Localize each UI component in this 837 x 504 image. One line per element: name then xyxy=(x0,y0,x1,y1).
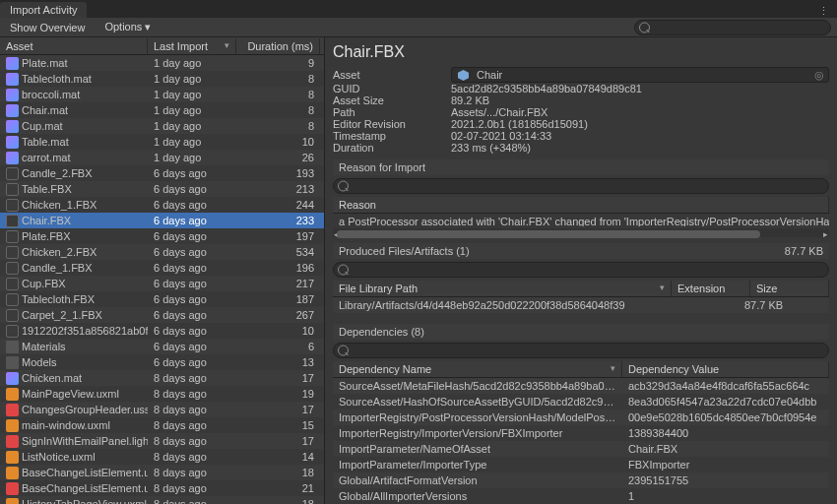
asset-name: Plate.FBX xyxy=(22,230,71,242)
options-dropdown[interactable]: Options ▾ xyxy=(95,18,161,36)
asset-row[interactable]: ListNotice.uxml8 days ago14 xyxy=(0,449,324,465)
asset-row[interactable]: BaseChangeListElement.uxml8 days ago18 xyxy=(0,465,324,480)
mat-icon xyxy=(6,89,19,101)
dependency-row[interactable]: SourceAsset/HashOfSourceAssetByGUID/5acd… xyxy=(333,394,829,410)
dependency-row[interactable]: ImportParameter/ImporterTypeFBXImporter xyxy=(333,457,829,472)
reason-col[interactable]: Reason xyxy=(333,197,829,213)
show-overview-button[interactable]: Show Overview xyxy=(0,19,95,36)
asset-row[interactable]: Materials6 days ago6 xyxy=(0,339,324,354)
hscroll-thumb[interactable] xyxy=(337,230,760,238)
asset-row[interactable]: Cup.mat1 day ago8 xyxy=(0,118,324,134)
col-asset[interactable]: Asset xyxy=(0,38,148,54)
dep-value: 2395151755 xyxy=(622,474,829,486)
asset-row[interactable]: Cup.FBX6 days ago217 xyxy=(0,276,324,291)
asset-row[interactable]: Chicken.mat8 days ago17 xyxy=(0,370,324,386)
dependency-row[interactable]: SourceAsset/MetaFileHash/5acd2d82c9358bb… xyxy=(333,378,829,394)
asset-name: BaseChangeListElement.uxml xyxy=(22,467,148,478)
deps-col-value[interactable]: Dependency Value xyxy=(622,361,829,377)
asset-name: Tablecloth.FBX xyxy=(22,293,95,305)
dep-name: ImportParameter/ImporterType xyxy=(333,459,622,471)
ts-value: 02-07-2021 03:14:33 xyxy=(451,130,829,142)
asset-name: Cup.mat xyxy=(22,120,63,132)
dependency-row[interactable]: Global/AllImporterVersions1 xyxy=(333,488,829,504)
asset-row[interactable]: Carpet_2_1.FBX6 days ago267 xyxy=(0,307,324,323)
produced-search[interactable] xyxy=(333,262,829,278)
dep-value: 1 xyxy=(622,490,829,502)
dependency-row[interactable]: ImporterRegistry/PostProcessorVersionHas… xyxy=(333,410,829,425)
asset-last: 8 days ago xyxy=(148,482,236,494)
tab-import-activity[interactable]: Import Activity xyxy=(0,2,87,18)
produced-search-input[interactable] xyxy=(333,262,829,278)
detail-pane: Chair.FBX AssetChair GUID5acd2d82c9358bb… xyxy=(325,37,837,504)
asset-row[interactable]: Plate.mat1 day ago9 xyxy=(0,55,324,71)
asset-last: 1 day ago xyxy=(148,89,236,100)
asset-row[interactable]: Chicken_2.FBX6 days ago534 xyxy=(0,244,324,260)
asset-last: 6 days ago xyxy=(148,293,236,305)
asset-row[interactable]: Candle_1.FBX6 days ago196 xyxy=(0,260,324,276)
produced-ext xyxy=(666,299,744,311)
asset-object-field[interactable]: Chair xyxy=(451,67,829,83)
asset-row[interactable]: Table.FBX6 days ago213 xyxy=(0,181,324,197)
asset-row[interactable]: Tablecloth.FBX6 days ago187 xyxy=(0,291,324,307)
dependency-row[interactable]: ImportParameter/NameOfAssetChair.FBX xyxy=(333,441,829,457)
asset-dur: 213 xyxy=(236,183,320,195)
deps-col-name[interactable]: Dependency Name xyxy=(333,361,622,377)
asset-row[interactable]: 1912202f351a856821ab0fec586 days ago10 xyxy=(0,323,324,339)
asset-row[interactable]: broccoli.mat1 day ago8 xyxy=(0,87,324,102)
asset-row[interactable]: carrot.mat1 day ago26 xyxy=(0,150,324,165)
asset-list-body[interactable]: Plate.mat1 day ago9Tablecloth.mat1 day a… xyxy=(0,55,324,504)
asset-last: 6 days ago xyxy=(148,278,236,289)
asset-row[interactable]: BaseChangeListElement.uss8 days ago21 xyxy=(0,480,324,496)
asset-dur: 21 xyxy=(236,482,320,494)
produced-col-ext[interactable]: Extension xyxy=(672,281,750,296)
produced-total-size: 87.7 KB xyxy=(785,245,823,257)
toolbar-search[interactable] xyxy=(634,20,831,35)
col-duration[interactable]: Duration (ms) xyxy=(236,38,320,54)
asset-row[interactable]: main-window.uxml8 days ago15 xyxy=(0,417,324,433)
fbx-icon xyxy=(6,199,19,212)
produced-header: Produced Files/Artifacts (1)87.7 KB xyxy=(333,243,829,259)
col-last-import[interactable]: Last Import xyxy=(148,38,236,54)
deps-search-input[interactable] xyxy=(333,343,829,358)
reason-text[interactable]: a PostProcessor associated with 'Chair.F… xyxy=(333,214,829,226)
asset-last: 6 days ago xyxy=(148,341,236,352)
mat-icon xyxy=(6,57,19,70)
asset-row[interactable]: ChangesGroupHeader.uss8 days ago17 xyxy=(0,402,324,417)
asset-row[interactable]: SignInWithEmailPanel.light.uss8 days ago… xyxy=(0,433,324,449)
asset-dur: 197 xyxy=(236,230,320,242)
asset-row[interactable]: Chicken_1.FBX6 days ago244 xyxy=(0,197,324,213)
asset-last: 8 days ago xyxy=(148,451,236,463)
asset-row[interactable]: Models6 days ago13 xyxy=(0,354,324,370)
asset-dur: 187 xyxy=(236,293,320,305)
asset-dur: 193 xyxy=(236,167,320,179)
produced-row[interactable]: Library/Artifacts/d4/d448eb92a250d022200… xyxy=(333,297,829,313)
reason-search[interactable] xyxy=(333,178,829,194)
asset-row[interactable]: HistoryTabPageView.uxml8 days ago18 xyxy=(0,496,324,504)
asset-last: 6 days ago xyxy=(148,246,236,258)
reason-hscroll[interactable]: ◂▸ xyxy=(333,228,829,237)
asset-row[interactable]: Chair.FBX6 days ago233 xyxy=(0,213,324,228)
asset-row[interactable]: Table.mat1 day ago10 xyxy=(0,134,324,150)
reason-search-input[interactable] xyxy=(333,178,829,194)
asset-row[interactable]: Chair.mat1 day ago8 xyxy=(0,102,324,118)
asset-name: Chicken.mat xyxy=(22,372,82,384)
rev-label: Editor Revision xyxy=(333,118,451,130)
reason-header: Reason for Import xyxy=(333,159,829,175)
produced-col-path[interactable]: File Library Path xyxy=(333,281,672,296)
deps-search[interactable] xyxy=(333,343,829,358)
asset-last: 8 days ago xyxy=(148,498,236,504)
asset-row[interactable]: Plate.FBX6 days ago197 xyxy=(0,228,324,244)
window-menu-icon[interactable]: ⋮ xyxy=(810,5,837,18)
asset-last: 1 day ago xyxy=(148,104,236,116)
asset-name: broccoli.mat xyxy=(22,89,80,100)
dependency-row[interactable]: Global/ArtifactFormatVersion2395151755 xyxy=(333,472,829,488)
dependency-row[interactable]: ImporterRegistry/ImporterVersion/FBXImpo… xyxy=(333,425,829,441)
asset-row[interactable]: Tablecloth.mat1 day ago8 xyxy=(0,71,324,87)
folder-icon xyxy=(6,341,19,353)
asset-row[interactable]: Candle_2.FBX6 days ago193 xyxy=(0,165,324,181)
uxml-icon xyxy=(6,388,19,401)
asset-name: HistoryTabPageView.uxml xyxy=(22,498,147,504)
asset-row[interactable]: MainPageView.uxml8 days ago19 xyxy=(0,386,324,402)
produced-col-size[interactable]: Size xyxy=(750,281,829,296)
toolbar-search-input[interactable] xyxy=(634,20,831,35)
